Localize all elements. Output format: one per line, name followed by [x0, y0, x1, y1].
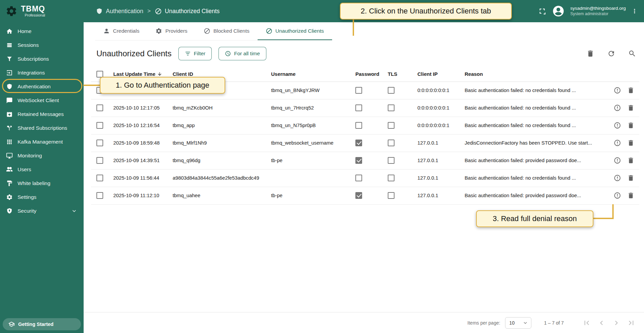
- chevron-down-icon: [71, 208, 78, 214]
- cell-reason: Basic authentication failed: no credenti…: [464, 169, 602, 187]
- error-details-icon[interactable]: [614, 104, 621, 112]
- password-checkbox: [355, 175, 362, 181]
- monitoring-icon: [6, 152, 13, 159]
- last-page-icon: [627, 319, 636, 327]
- user-role: System administrator: [570, 11, 626, 17]
- last-page-button[interactable]: [624, 315, 639, 330]
- error-details-icon[interactable]: [614, 122, 621, 129]
- user-info[interactable]: sysadmin@thingsboard.org System administ…: [570, 6, 626, 17]
- sidebar-item-shared-subscriptions[interactable]: Shared Subscriptions: [0, 121, 84, 135]
- sidebar-item-home[interactable]: Home: [0, 24, 84, 38]
- sidebar-item-integrations[interactable]: Integrations: [0, 66, 84, 80]
- delete-row-icon[interactable]: [627, 192, 635, 199]
- table-row[interactable]: 2025-10-10 12:16:54tbmq_apptbmq_un_N75pr…: [91, 117, 639, 134]
- table-row[interactable]: 2025-10-09 11:12:10tbmq_uaheetb-pe127.0.…: [91, 187, 639, 204]
- select-all-checkbox[interactable]: [96, 71, 103, 78]
- sidebar-item-authentication[interactable]: Authentication: [0, 80, 84, 93]
- tab-label: Blocked Clients: [213, 28, 250, 34]
- table-row[interactable]: 2025-10-09 11:56:44a9803d84a3844c55a6e2f…: [91, 169, 639, 187]
- row-checkbox[interactable]: [96, 140, 103, 146]
- sidebar-item-retained-messages[interactable]: Retained Messages: [0, 107, 84, 121]
- row-checkbox[interactable]: [96, 157, 103, 164]
- sidebar-item-subscriptions[interactable]: Subscriptions: [0, 52, 84, 66]
- sidebar-item-users[interactable]: Users: [0, 162, 84, 176]
- getting-started-button[interactable]: Getting Started: [3, 318, 81, 330]
- row-checkbox[interactable]: [96, 104, 103, 111]
- app-logo[interactable]: TBMQ Professional: [0, 0, 84, 22]
- fullscreen-icon[interactable]: [538, 7, 547, 16]
- cell-last-update-time: 2025-10-09 11:12:10: [113, 187, 172, 204]
- error-details-icon[interactable]: [614, 87, 621, 94]
- filter-icon: [185, 51, 191, 57]
- column-header-username[interactable]: Username: [270, 67, 355, 82]
- delete-row-icon[interactable]: [627, 104, 635, 112]
- error-details-icon[interactable]: [614, 174, 621, 182]
- providers-icon: [155, 28, 162, 34]
- chevron-right-icon: [612, 319, 621, 327]
- sessions-icon: [6, 42, 13, 49]
- delete-row-icon[interactable]: [627, 139, 635, 147]
- delete-row-icon[interactable]: [627, 122, 635, 129]
- tab-providers[interactable]: Providers: [147, 22, 195, 40]
- timewindow-button[interactable]: For all time: [218, 47, 266, 60]
- items-per-page-select[interactable]: 10: [505, 317, 531, 329]
- tab-credentials[interactable]: Credentials: [95, 22, 147, 40]
- trash-icon: [586, 50, 594, 58]
- row-checkbox[interactable]: [96, 192, 103, 199]
- tls-checkbox: [388, 140, 394, 146]
- row-checkbox[interactable]: [96, 122, 103, 129]
- avatar[interactable]: [552, 5, 565, 18]
- table-row[interactable]: 2025-10-09 14:39:51tbmq_q96dgtb-pe127.0.…: [91, 152, 639, 169]
- column-header-password[interactable]: Password: [355, 67, 387, 82]
- next-page-button[interactable]: [609, 315, 624, 330]
- sidebar-item-white-labeling[interactable]: White labeling: [0, 176, 84, 190]
- delete-row-icon[interactable]: [627, 174, 635, 182]
- error-details-icon[interactable]: [614, 139, 621, 147]
- breadcrumb-authentication[interactable]: Authentication: [96, 8, 143, 15]
- settings-icon: [6, 194, 13, 201]
- cell-reason: Basic authentication failed: provided pa…: [464, 152, 602, 169]
- password-checkbox: [355, 87, 362, 94]
- breadcrumb-unauthorized-clients[interactable]: Unauthorized Clients: [155, 8, 219, 15]
- column-header-actions: [602, 67, 639, 82]
- sidebar-item-sessions[interactable]: Sessions: [0, 38, 84, 52]
- first-page-button[interactable]: [579, 315, 594, 330]
- chevron-left-icon: [597, 319, 606, 327]
- tab-blocked-clients[interactable]: Blocked Clients: [196, 22, 258, 40]
- cell-username: tb-pe: [270, 187, 355, 204]
- error-details-icon[interactable]: [614, 192, 621, 199]
- table-row[interactable]: 2025-10-10 12:17:05tbmq_mZKcb0OHtbmq_un_…: [91, 99, 639, 117]
- retained-icon: [6, 111, 13, 118]
- column-header-tls[interactable]: TLS: [387, 67, 417, 82]
- cell-username: tbmq_websocket_username: [270, 134, 355, 152]
- column-header-client-ip[interactable]: Client IP: [417, 67, 464, 82]
- column-header-reason[interactable]: Reason: [464, 67, 602, 82]
- sidebar-item-label: Security: [18, 208, 66, 214]
- delete-row-icon[interactable]: [627, 157, 635, 164]
- error-details-icon[interactable]: [614, 157, 621, 164]
- annotation-connector-2: [353, 20, 354, 36]
- refresh-button[interactable]: [604, 47, 618, 61]
- chevron-down-icon: [522, 320, 528, 326]
- sidebar-item-security[interactable]: Security: [0, 204, 84, 218]
- delete-selected-button[interactable]: [583, 47, 597, 61]
- row-checkbox[interactable]: [96, 175, 103, 181]
- previous-page-button[interactable]: [594, 315, 609, 330]
- table-toolbar: Unauthorized Clients Filter For all time: [84, 40, 644, 67]
- tab-unauthorized-clients[interactable]: Unauthorized Clients: [258, 22, 332, 40]
- kebab-menu-icon[interactable]: [631, 7, 638, 16]
- table-row[interactable]: 2025-10-09 18:59:48tbmq_Mlrf1Nh9tbmq_web…: [91, 134, 639, 152]
- tab-label: Credentials: [113, 28, 139, 34]
- cell-username: tbmq_un_N75pr0pB: [270, 117, 355, 134]
- sidebar-item-kafka-management[interactable]: Kafka Management: [0, 135, 84, 149]
- delete-row-icon[interactable]: [627, 87, 635, 94]
- annotation-step-1: 1. Go to Authentication page: [100, 77, 225, 94]
- sidebar-item-websocket-client[interactable]: WebSocket Client: [0, 93, 84, 107]
- credentials-icon: [103, 28, 110, 34]
- sidebar-item-label: Home: [18, 28, 78, 34]
- sidebar-item-monitoring[interactable]: Monitoring: [0, 149, 84, 162]
- filter-button[interactable]: Filter: [178, 47, 212, 60]
- block-icon: [266, 28, 272, 34]
- search-button[interactable]: [625, 47, 639, 61]
- sidebar-item-settings[interactable]: Settings: [0, 190, 84, 204]
